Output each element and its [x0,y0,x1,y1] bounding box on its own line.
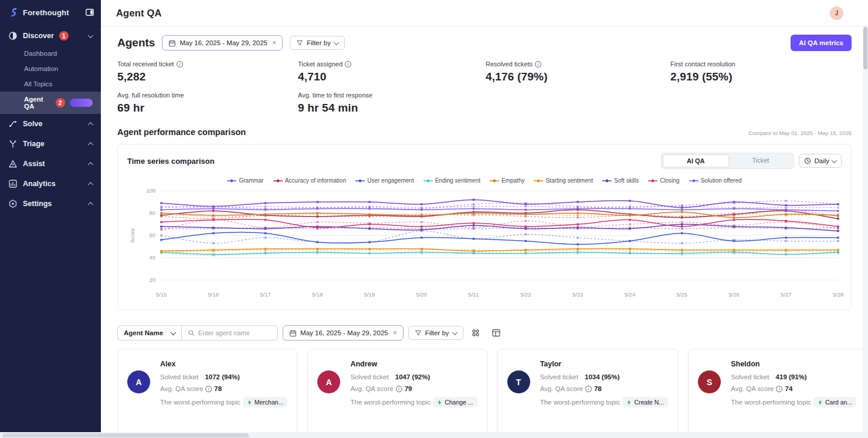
sidebar-item-analytics[interactable]: Analytics [0,174,101,194]
filter-icon [296,39,303,46]
filter-by-button[interactable]: Filter by [290,36,345,50]
data-point [212,214,214,216]
info-icon[interactable]: i [776,386,782,392]
x-tick-label: 5/17 [260,291,271,298]
worst-topic-chip[interactable]: Change ... [433,397,477,407]
date-range-picker[interactable]: May 16, 2025 - May 29, 2025 × [162,35,283,50]
worst-topic-label: The worst-performing topic [540,399,621,406]
data-point [265,209,266,211]
agent-card-alex[interactable]: A Alex Solved ticket 1072 (94%) Avg. QA … [117,349,297,438]
legend-item[interactable]: Closing [648,177,679,184]
sidebar-item-solve[interactable]: Solve [0,114,101,134]
sidebar-item-automation[interactable]: Automation [0,61,101,76]
sidebar-item-discover[interactable]: Discover 1 [0,26,101,46]
qa-score-label: Avg. QA score [160,385,203,392]
data-point [421,229,422,231]
data-point [368,241,370,243]
legend-item[interactable]: Grammar [227,177,263,184]
avatar: S [698,370,721,393]
agent-card-taylor[interactable]: T Taylor Solved ticket 1034 (95%) Avg. Q… [497,349,679,438]
grid-view-button[interactable] [468,325,484,341]
worst-topic-chip[interactable]: Create N... [622,397,668,407]
cards-date-range-picker[interactable]: May 16, 2025 - May 29, 2025 × [283,325,404,341]
legend-item[interactable]: Soft skills [602,177,639,184]
solve-icon [8,119,18,129]
sidebar-collapse-icon[interactable] [86,9,94,16]
toggle-ai-qa[interactable]: AI QA [663,154,729,167]
chart-mode-toggle: AI QA Ticket [661,153,795,169]
agent-qa-badge: 2 [56,98,65,107]
sidebar-item-settings[interactable]: Settings [0,194,101,214]
clear-date-icon[interactable]: × [393,329,397,337]
data-point [733,240,735,242]
data-point [317,208,318,210]
discover-badge: 1 [59,31,69,41]
sidebar-item-label: Triage [23,140,45,148]
performance-title: Agent performance comparison [117,127,246,137]
horizontal-scrollbar[interactable] [0,432,868,438]
time-series-chart[interactable]: 10080604020Score5/155/165/175/185/195/20… [127,185,847,301]
agent-search-input[interactable] [198,329,269,336]
data-point [837,210,839,212]
legend-marker [490,178,499,183]
table-view-button[interactable] [489,325,504,341]
legend-item[interactable]: Ending sentiment [423,177,480,184]
sidebar-item-assist[interactable]: Assist [0,154,101,174]
legend-item[interactable]: User engagement [355,177,414,184]
data-point [785,200,787,201]
sidebar-item-triage[interactable]: Triage [0,134,101,154]
scrollbar-thumb[interactable] [863,27,867,69]
info-icon[interactable]: i [345,61,351,68]
data-point [681,221,683,223]
data-point [785,237,787,238]
legend-item[interactable]: Empathy [490,177,524,184]
ai-qa-metrics-button[interactable]: AI QA metrics [791,35,852,51]
data-point [733,208,735,210]
sidebar-item-label: Settings [23,200,52,208]
settings-icon [8,199,18,208]
data-point [473,205,474,207]
sidebar-item-agent-qa[interactable]: Agent QA 2 [0,92,101,114]
scrollbar-thumb[interactable] [2,433,249,437]
legend-item[interactable]: Starting sentiment [534,177,593,184]
info-icon[interactable]: i [535,61,541,68]
data-point [265,237,266,238]
sidebar-item-all-topics[interactable]: All Topics [0,76,101,92]
data-point [421,214,422,216]
data-point [368,228,370,230]
sidebar-item-dashboard[interactable]: Dashboard [0,46,101,61]
agent-card-andrew[interactable]: A Andrew Solved ticket 1047 (92%) Avg. Q… [307,349,487,438]
grid-view-icon [471,328,480,338]
worst-topic-chip[interactable]: Card an... [813,397,856,407]
sidebar-item-label: Automation [24,65,58,72]
agent-card-sheldon[interactable]: S Sheldon Solved ticket 419 (91%) Avg. Q… [688,349,866,438]
data-point [160,250,162,252]
worst-topic-chip[interactable]: Merchan... [243,397,288,407]
legend-item[interactable]: Solution offered [689,177,742,184]
calendar-icon [168,39,176,47]
agent-name-select[interactable]: Agent Name [117,325,181,341]
data-point [265,219,266,221]
interval-dropdown[interactable]: Daily [799,154,842,168]
stat-label: Ticket assigned [298,60,343,68]
x-tick-label: 5/19 [364,291,375,298]
clear-date-icon[interactable]: × [272,39,276,47]
vertical-scrollbar[interactable] [863,27,868,432]
toggle-ticket[interactable]: Ticket [729,154,793,167]
info-icon[interactable]: i [205,386,212,392]
data-point [577,212,579,214]
analytics-icon [8,179,18,188]
cards-filter-by-button[interactable]: Filter by [408,326,463,340]
data-point [733,201,735,203]
data-point [212,208,214,210]
legend-label: Empathy [501,177,524,184]
info-icon[interactable]: i [396,386,402,392]
info-icon[interactable]: i [177,61,183,68]
agent-name: Alex [160,360,287,368]
user-avatar[interactable]: J [830,6,843,20]
spark-icon [626,399,632,406]
legend-item[interactable]: Accuracy of information [273,177,347,184]
data-point [733,224,735,226]
stat-label: First contact resolution [670,60,735,68]
info-icon[interactable]: i [585,386,592,392]
